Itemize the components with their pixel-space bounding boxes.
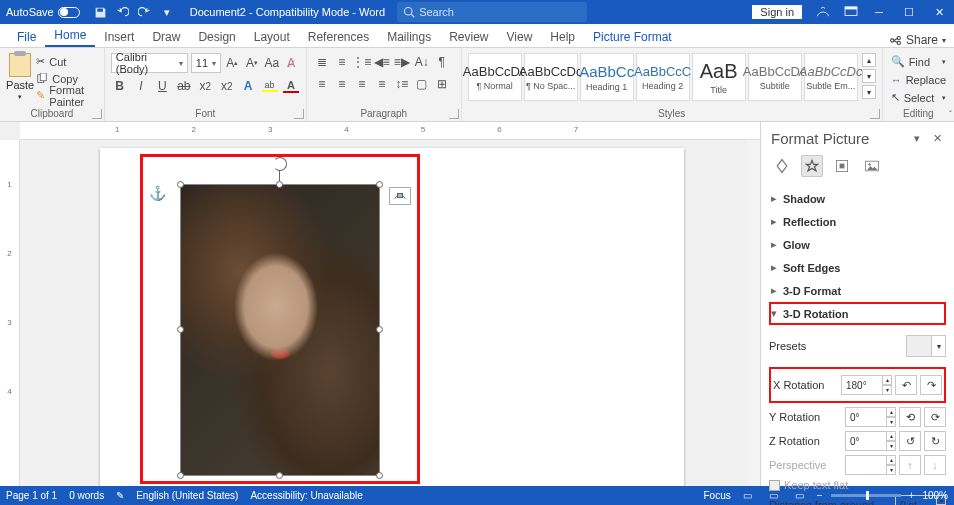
tab-review[interactable]: Review — [440, 26, 497, 47]
resize-handle-br[interactable] — [376, 472, 383, 479]
font-launcher[interactable] — [294, 109, 304, 119]
tab-file[interactable]: File — [8, 26, 45, 47]
styles-launcher[interactable] — [870, 109, 880, 119]
ruler-vertical[interactable]: 1234 — [0, 140, 20, 486]
print-layout-icon[interactable]: ▭ — [765, 489, 783, 503]
italic-button[interactable]: I — [132, 77, 149, 95]
search-box[interactable] — [397, 2, 587, 22]
style-normal[interactable]: AaBbCcDc¶ Normal — [468, 53, 522, 101]
pane-options-icon[interactable]: ▾ — [910, 132, 924, 145]
align-center-icon[interactable]: ≡ — [333, 75, 351, 93]
bold-button[interactable]: B — [111, 77, 128, 95]
qat-customize-icon[interactable]: ▾ — [160, 5, 174, 19]
text-effects-icon[interactable]: A — [239, 77, 256, 95]
tab-draw[interactable]: Draw — [143, 26, 189, 47]
tab-layout[interactable]: Layout — [245, 26, 299, 47]
selected-picture[interactable]: ⚓ — [180, 184, 380, 476]
section-3d-rotation[interactable]: ▾3-D Rotation — [769, 302, 946, 325]
borders-icon[interactable]: ⊞ — [433, 75, 451, 93]
clipboard-launcher[interactable] — [92, 109, 102, 119]
resize-handle-bm[interactable] — [276, 472, 283, 479]
zoom-out-icon[interactable]: − — [817, 490, 823, 501]
signin-button[interactable]: Sign in — [752, 5, 802, 19]
paragraph-launcher[interactable] — [449, 109, 459, 119]
fp-tab-fill-icon[interactable] — [771, 155, 793, 177]
section-glow[interactable]: ▸Glow — [769, 233, 946, 256]
tab-insert[interactable]: Insert — [95, 26, 143, 47]
align-left-icon[interactable]: ≡ — [313, 75, 331, 93]
share-button[interactable]: Share ▾ — [889, 33, 946, 47]
y-rotation-input[interactable]: 0° — [845, 407, 887, 427]
strikethrough-button[interactable]: ab — [175, 77, 192, 95]
numbering-icon[interactable]: ≡ — [333, 53, 351, 71]
style-title[interactable]: AaBTitle — [692, 53, 746, 101]
presets-button[interactable] — [906, 335, 932, 357]
zoom-in-icon[interactable]: + — [909, 490, 915, 501]
style-no-spacing[interactable]: AaBbCcDc¶ No Spac... — [524, 53, 578, 101]
styles-up-icon[interactable]: ▴ — [862, 53, 876, 67]
justify-icon[interactable]: ≡ — [373, 75, 391, 93]
show-marks-icon[interactable]: ¶ — [433, 53, 451, 71]
font-color-button[interactable]: A — [282, 77, 299, 95]
focus-label[interactable]: Focus — [704, 490, 731, 501]
redo-icon[interactable] — [138, 5, 152, 19]
superscript-button[interactable]: x2 — [218, 77, 235, 95]
close-icon[interactable]: ✕ — [932, 5, 946, 19]
layout-options-icon[interactable] — [389, 187, 411, 205]
resize-handle-bl[interactable] — [177, 472, 184, 479]
ruler-horizontal[interactable]: 1234567 — [20, 122, 760, 140]
resize-handle-tm[interactable] — [276, 181, 283, 188]
accessibility-status[interactable]: Accessibility: Unavailable — [250, 490, 362, 501]
spellcheck-icon[interactable]: ✎ — [116, 490, 124, 501]
decrease-font-icon[interactable]: A▾ — [244, 54, 261, 72]
fp-tab-picture-icon[interactable] — [861, 155, 883, 177]
resize-handle-tr[interactable] — [376, 181, 383, 188]
sort-icon[interactable]: A↓ — [413, 53, 431, 71]
pane-close-icon[interactable]: ✕ — [930, 132, 944, 145]
resize-handle-tl[interactable] — [177, 181, 184, 188]
spin-up-icon[interactable]: ▴ — [886, 407, 896, 417]
style-heading1[interactable]: AaBbCcHeading 1 — [580, 53, 634, 101]
multilevel-icon[interactable]: ⋮≡ — [353, 53, 371, 71]
toggle-switch-off[interactable] — [58, 7, 80, 18]
maximize-icon[interactable]: ☐ — [902, 5, 916, 19]
resize-handle-ml[interactable] — [177, 326, 184, 333]
rotate-x-left-icon[interactable]: ↶ — [895, 375, 917, 395]
decrease-indent-icon[interactable]: ◀≡ — [373, 53, 391, 71]
rotate-x-right-icon[interactable]: ↷ — [920, 375, 942, 395]
style-subtitle[interactable]: AaBbCcDcSubtitle — [748, 53, 802, 101]
rotate-z-cw-icon[interactable]: ↻ — [924, 431, 946, 451]
tab-home[interactable]: Home — [45, 24, 95, 47]
section-3d-format[interactable]: ▸3-D Format — [769, 279, 946, 302]
fp-tab-effects-icon[interactable] — [801, 155, 823, 177]
tab-references[interactable]: References — [299, 26, 378, 47]
spin-up-icon[interactable]: ▴ — [886, 431, 896, 441]
increase-font-icon[interactable]: A▴ — [224, 54, 241, 72]
format-painter-button[interactable]: ✎Format Painter — [34, 87, 98, 104]
section-soft-edges[interactable]: ▸Soft Edges — [769, 256, 946, 279]
coming-soon-icon[interactable] — [816, 5, 830, 19]
anchor-icon[interactable]: ⚓ — [149, 185, 166, 201]
select-button[interactable]: ↖Select▾ — [889, 89, 948, 106]
language-status[interactable]: English (United States) — [136, 490, 238, 501]
rotate-y-up-icon[interactable]: ⟲ — [899, 407, 921, 427]
zoom-slider[interactable] — [831, 494, 901, 497]
zoom-level[interactable]: 100% — [922, 490, 948, 501]
subscript-button[interactable]: x2 — [197, 77, 214, 95]
underline-button[interactable]: U — [154, 77, 171, 95]
autosave-toggle[interactable]: AutoSave — [0, 6, 86, 18]
presets-dropdown-icon[interactable]: ▾ — [932, 335, 946, 357]
cut-button[interactable]: ✂Cut — [34, 53, 98, 70]
minimize-icon[interactable]: ─ — [872, 5, 886, 19]
z-rotation-input[interactable]: 0° — [845, 431, 887, 451]
font-name-combo[interactable]: Calibri (Body)▾ — [111, 53, 188, 73]
styles-more-icon[interactable]: ▾ — [862, 85, 876, 99]
section-reflection[interactable]: ▸Reflection — [769, 210, 946, 233]
ribbon-display-icon[interactable] — [844, 5, 858, 19]
x-rotation-input[interactable]: 180° — [841, 375, 883, 395]
read-mode-icon[interactable]: ▭ — [739, 489, 757, 503]
bullets-icon[interactable]: ≣ — [313, 53, 331, 71]
tab-design[interactable]: Design — [189, 26, 244, 47]
spin-up-icon[interactable]: ▴ — [882, 375, 892, 385]
undo-icon[interactable] — [116, 5, 130, 19]
